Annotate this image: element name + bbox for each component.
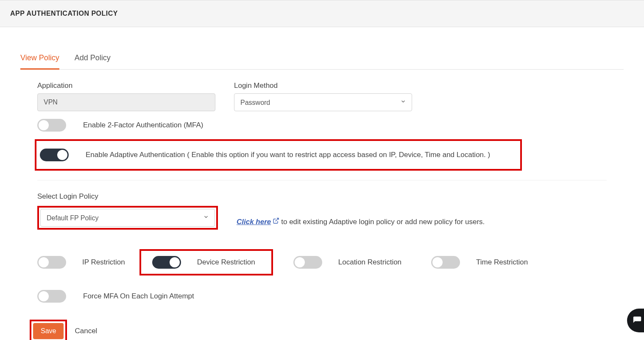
tab-view-policy[interactable]: View Policy	[20, 48, 59, 70]
adaptive-auth-label: Enable Adaptive Authentication ( Enable …	[86, 151, 490, 159]
application-label: Application	[37, 81, 215, 90]
cancel-button[interactable]: Cancel	[75, 327, 97, 335]
restrictions-row: IP Restriction Device Restriction Locati…	[37, 249, 607, 275]
content-area: View Policy Add Policy Application Login…	[0, 48, 644, 340]
location-restriction-toggle[interactable]	[293, 256, 322, 269]
application-input[interactable]	[37, 93, 215, 111]
click-here-description: to edit existing Adaptive login policy o…	[281, 218, 485, 226]
application-field-group: Application	[37, 81, 215, 111]
force-mfa-row: Force MFA On Each Login Attempt	[37, 290, 607, 303]
device-restriction-label: Device Restriction	[197, 258, 255, 267]
mfa-toggle[interactable]	[37, 119, 66, 132]
click-here-text: Click here	[237, 218, 271, 226]
login-policy-select[interactable]: Default FP Policy	[40, 209, 215, 227]
svg-line-0	[276, 218, 279, 221]
select-login-policy-label: Select Login Policy	[37, 192, 607, 201]
form-area: Application Login Method Password E	[20, 70, 624, 340]
mfa-toggle-label: Enable 2-Factor Authentication (MFA)	[83, 121, 203, 129]
external-link-icon	[273, 217, 279, 226]
adaptive-auth-toggle[interactable]	[40, 149, 69, 161]
login-policy-select-highlight: Default FP Policy	[37, 206, 218, 230]
adaptive-auth-highlight: Enable Adaptive Authentication ( Enable …	[35, 139, 522, 171]
mfa-toggle-row: Enable 2-Factor Authentication (MFA)	[37, 119, 607, 132]
device-restriction-toggle[interactable]	[152, 256, 181, 269]
login-method-field-group: Login Method Password	[234, 81, 412, 111]
page-title: APP AUTHENTICATION POLICY	[10, 10, 634, 17]
click-here-link[interactable]: Click here	[237, 217, 279, 226]
time-restriction-label: Time Restriction	[476, 258, 528, 267]
location-restriction-label: Location Restriction	[338, 258, 401, 267]
login-method-label: Login Method	[234, 81, 412, 90]
force-mfa-toggle[interactable]	[37, 290, 66, 303]
page-header: APP AUTHENTICATION POLICY	[0, 0, 644, 27]
save-button[interactable]: Save	[33, 323, 64, 339]
time-restriction-toggle[interactable]	[431, 256, 460, 269]
device-restriction-highlight: Device Restriction	[139, 249, 273, 275]
force-mfa-label: Force MFA On Each Login Attempt	[83, 292, 194, 301]
tab-add-policy[interactable]: Add Policy	[75, 48, 111, 70]
divider	[37, 180, 607, 180]
ip-restriction-label: IP Restriction	[82, 258, 125, 267]
login-method-select[interactable]: Password	[234, 93, 412, 111]
tabs: View Policy Add Policy	[20, 48, 624, 70]
ip-restriction-toggle[interactable]	[37, 256, 66, 269]
save-button-highlight: Save	[30, 320, 67, 340]
